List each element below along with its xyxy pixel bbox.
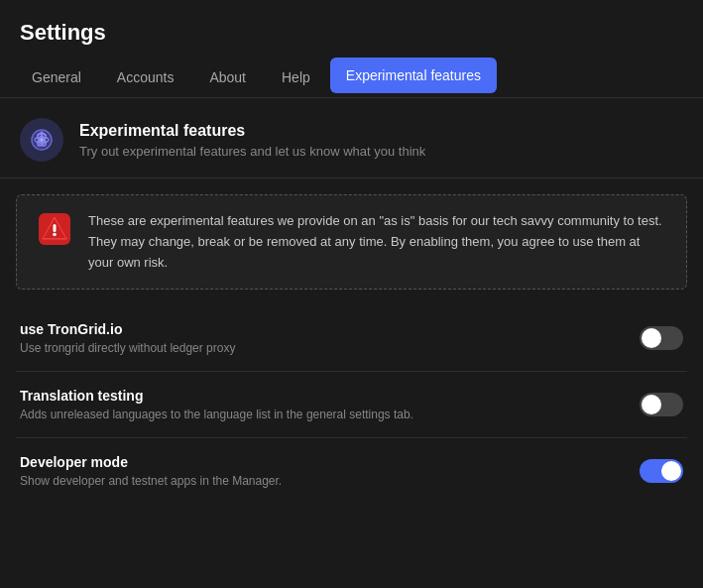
page-title: Settings — [0, 0, 703, 58]
toggle-track-translation[interactable] — [640, 393, 683, 416]
setting-row-developer: Developer mode Show developer and testne… — [16, 438, 687, 504]
tab-about[interactable]: About — [193, 59, 262, 95]
warning-icon — [37, 211, 72, 247]
setting-row-translation: Translation testing Adds unreleased lang… — [16, 372, 687, 438]
setting-desc-trongrid: Use trongrid directly without ledger pro… — [20, 341, 620, 355]
toggle-track-trongrid[interactable] — [640, 326, 683, 350]
setting-row-trongrid: use TronGrid.io Use trongrid directly wi… — [16, 305, 687, 372]
tab-experimental[interactable]: Experimental features — [330, 58, 497, 93]
tab-general[interactable]: General — [16, 59, 97, 95]
feature-description: Try out experimental features and let us… — [79, 144, 425, 159]
tab-help[interactable]: Help — [266, 59, 326, 95]
toggle-track-developer[interactable] — [640, 459, 683, 483]
setting-info-trongrid: use TronGrid.io Use trongrid directly wi… — [20, 321, 640, 355]
toggle-trongrid[interactable] — [640, 326, 683, 350]
toggle-knob-trongrid — [642, 328, 661, 348]
warning-text: These are experimental features we provi… — [88, 211, 666, 273]
svg-point-5 — [40, 138, 44, 142]
svg-rect-7 — [54, 224, 57, 232]
tab-accounts[interactable]: Accounts — [101, 59, 190, 95]
setting-label-translation: Translation testing — [20, 388, 620, 404]
feature-title: Experimental features — [79, 122, 425, 140]
setting-label-trongrid: use TronGrid.io — [20, 321, 620, 337]
setting-desc-translation: Adds unreleased languages to the languag… — [20, 408, 620, 421]
feature-header-text: Experimental features Try out experiment… — [79, 122, 425, 159]
toggle-developer[interactable] — [640, 459, 683, 483]
experimental-icon — [20, 118, 63, 162]
content-area: Experimental features Try out experiment… — [0, 98, 703, 504]
warning-box: These are experimental features we provi… — [16, 194, 687, 290]
toggle-translation[interactable] — [640, 393, 683, 416]
setting-info-translation: Translation testing Adds unreleased lang… — [20, 388, 640, 421]
tabs-bar: General Accounts About Help Experimental… — [0, 58, 703, 98]
setting-desc-developer: Show developer and testnet apps in the M… — [20, 474, 620, 488]
setting-label-developer: Developer mode — [20, 454, 620, 470]
toggle-knob-developer — [661, 461, 681, 481]
page-container: Settings General Accounts About Help Exp… — [0, 0, 703, 504]
setting-info-developer: Developer mode Show developer and testne… — [20, 454, 640, 488]
svg-point-8 — [53, 233, 57, 237]
settings-list: use TronGrid.io Use trongrid directly wi… — [0, 305, 703, 504]
feature-header: Experimental features Try out experiment… — [0, 98, 703, 178]
toggle-knob-translation — [642, 395, 661, 414]
